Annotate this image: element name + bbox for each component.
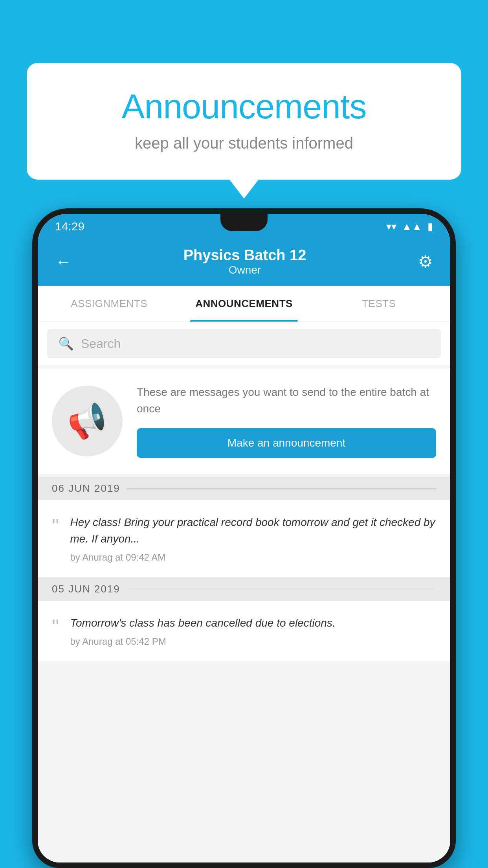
megaphone-icon: 📢 xyxy=(64,398,111,444)
phone-screen: 14:29 ▾▾ ▲▲ ▮ ← Physics Batch 12 Owner ⚙… xyxy=(38,214,450,862)
tab-announcements[interactable]: ANNOUNCEMENTS xyxy=(176,286,311,322)
speech-bubble-section: Announcements keep all your students inf… xyxy=(27,63,461,180)
date-line-2 xyxy=(127,589,436,589)
announcement-item-1[interactable]: " Hey class! Bring your practical record… xyxy=(38,500,450,577)
gear-icon[interactable]: ⚙ xyxy=(418,252,433,271)
status-time: 14:29 xyxy=(55,220,84,233)
search-placeholder: Search xyxy=(81,337,121,351)
search-container: 🔍 Search xyxy=(38,322,450,365)
back-button[interactable]: ← xyxy=(55,252,72,271)
app-header: ← Physics Batch 12 Owner ⚙ xyxy=(38,239,450,286)
promo-card: 📢 These are messages you want to send to… xyxy=(38,368,450,474)
signal-icon: ▲▲ xyxy=(402,221,422,233)
promo-description: These are messages you want to send to t… xyxy=(137,384,436,417)
promo-icon-circle: 📢 xyxy=(52,386,123,456)
wifi-icon: ▾▾ xyxy=(386,221,396,233)
bubble-subtitle: keep all your students informed xyxy=(58,134,430,152)
date-separator-1: 06 JUN 2019 xyxy=(38,477,450,500)
tab-bar: ASSIGNMENTS ANNOUNCEMENTS TESTS xyxy=(38,286,450,322)
header-title: Physics Batch 12 xyxy=(183,247,306,264)
announcement-text-1: Hey class! Bring your practical record b… xyxy=(70,514,436,547)
tab-assignments[interactable]: ASSIGNMENTS xyxy=(42,286,176,322)
date-label-2: 05 JUN 2019 xyxy=(52,583,120,595)
header-subtitle: Owner xyxy=(183,264,306,276)
date-label-1: 06 JUN 2019 xyxy=(52,482,120,495)
promo-right: These are messages you want to send to t… xyxy=(137,384,436,458)
announcement-meta-1: by Anurag at 09:42 AM xyxy=(70,552,436,563)
announcement-text-2: Tomorrow's class has been cancelled due … xyxy=(70,615,436,631)
make-announcement-button[interactable]: Make an announcement xyxy=(137,428,436,458)
announcement-meta-2: by Anurag at 05:42 PM xyxy=(70,636,436,647)
header-title-group: Physics Batch 12 Owner xyxy=(183,247,306,276)
date-line xyxy=(127,488,436,489)
quote-icon-2: " xyxy=(52,616,59,647)
search-bar[interactable]: 🔍 Search xyxy=(47,329,441,358)
battery-icon: ▮ xyxy=(427,221,433,233)
content-area: 🔍 Search 📢 These are messages you want t… xyxy=(38,322,450,862)
announcement-content-2: Tomorrow's class has been cancelled due … xyxy=(70,615,436,647)
tab-tests[interactable]: TESTS xyxy=(312,286,446,322)
phone-mockup: 14:29 ▾▾ ▲▲ ▮ ← Physics Batch 12 Owner ⚙… xyxy=(32,208,456,868)
notch xyxy=(220,214,268,231)
quote-icon-1: " xyxy=(52,516,59,563)
announcement-item-2[interactable]: " Tomorrow's class has been cancelled du… xyxy=(38,601,450,662)
announcement-content-1: Hey class! Bring your practical record b… xyxy=(70,514,436,563)
date-separator-2: 05 JUN 2019 xyxy=(38,577,450,601)
bubble-title: Announcements xyxy=(58,86,430,127)
speech-bubble-card: Announcements keep all your students inf… xyxy=(27,63,461,180)
search-icon: 🔍 xyxy=(58,336,74,351)
status-icons: ▾▾ ▲▲ ▮ xyxy=(386,221,433,233)
status-bar: 14:29 ▾▾ ▲▲ ▮ xyxy=(38,214,450,239)
